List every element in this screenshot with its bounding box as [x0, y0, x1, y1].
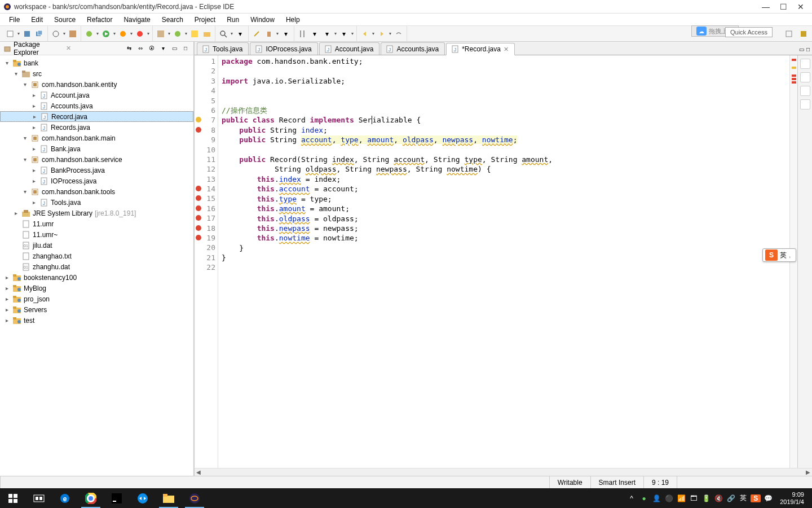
chrome-button[interactable] — [78, 488, 104, 508]
tree-toggle[interactable]: ▸ — [30, 92, 37, 98]
jetbrains-button[interactable] — [104, 488, 130, 508]
tree-toggle[interactable]: ▸ — [30, 124, 37, 130]
collapse-all-button[interactable]: ⇆ — [125, 44, 134, 53]
tree-item-com-handson-bank-entity[interactable]: ▾com.handson.bank.entity — [0, 79, 193, 90]
tree-item-accounts-java[interactable]: ▸JAccounts.java — [0, 100, 193, 111]
tab-accounts-java[interactable]: JAccounts.java — [381, 42, 445, 55]
tree-item-zhanghu-dat[interactable]: 01zhanghu.dat — [0, 261, 193, 272]
tree-toggle[interactable]: ▾ — [21, 135, 28, 141]
horizontal-scrollbar[interactable]: ◀▶ — [195, 468, 812, 476]
tray-network-icon[interactable]: 🔗 — [726, 494, 736, 502]
tree-item-bookstenancy100[interactable]: ▸bookstenancy100 — [0, 272, 193, 283]
search-button[interactable] — [218, 29, 228, 39]
menu-refactor[interactable]: Refactor — [81, 15, 118, 25]
warn-marker-icon[interactable] — [196, 117, 201, 122]
new-package-button[interactable] — [156, 29, 166, 39]
eclipse-taskbar-button[interactable] — [182, 488, 208, 508]
nav-button[interactable]: ▾ — [322, 29, 332, 39]
edge-button[interactable]: e — [52, 488, 78, 508]
marker-button[interactable] — [264, 29, 274, 39]
new-dropdown[interactable]: ▾ — [16, 31, 21, 36]
folder-button[interactable] — [202, 29, 212, 39]
open-type-button[interactable] — [189, 29, 200, 39]
java-perspective-button[interactable] — [798, 29, 809, 39]
err-marker-icon[interactable] — [196, 195, 201, 201]
explorer-button[interactable] — [156, 488, 182, 508]
tree-toggle[interactable]: ▸ — [3, 274, 10, 281]
quick-access-input[interactable]: Quick Access — [725, 27, 773, 37]
tab-tools-java[interactable]: JTools.java — [197, 42, 249, 55]
tree-toggle[interactable]: ▾ — [21, 189, 28, 195]
tray-volume-icon[interactable]: 🔇 — [713, 494, 723, 502]
tree-item-src[interactable]: ▾src — [0, 68, 193, 79]
tree-item-11-umr[interactable]: 11.umr — [0, 218, 193, 229]
tree-item-bankprocess-java[interactable]: ▸JBankProcess.java — [0, 165, 193, 176]
task-view-button[interactable] — [26, 488, 52, 508]
minimize-view-button[interactable]: ▭ — [170, 44, 179, 53]
err-marker-icon[interactable] — [196, 186, 201, 191]
menu-help[interactable]: Help — [280, 15, 306, 25]
tree-toggle[interactable]: ▸ — [31, 113, 38, 120]
tree-toggle[interactable]: ▸ — [3, 306, 10, 313]
save-button[interactable] — [22, 29, 32, 39]
filter-button[interactable] — [297, 29, 307, 39]
package-tree[interactable]: ▾bank▾src▾com.handson.bank.entity▸JAccou… — [0, 55, 193, 476]
tree-item-com-handson-bank-tools[interactable]: ▾com.handson.bank.tools — [0, 186, 193, 197]
menu-run[interactable]: Run — [221, 15, 245, 25]
tray-shield-icon[interactable]: 🔋 — [701, 494, 711, 502]
tree-toggle[interactable]: ▸ — [30, 167, 37, 173]
forward-button[interactable] — [377, 29, 387, 39]
run-button[interactable] — [101, 29, 111, 39]
back-button[interactable] — [360, 29, 370, 39]
tray-people-icon[interactable]: 👤 — [651, 494, 661, 502]
maximize-button[interactable]: ☐ — [780, 2, 787, 11]
tree-item-jre-system-library[interactable]: ▸JRE System Library[jre1.8.0_191] — [0, 208, 193, 218]
tree-toggle[interactable]: ▾ — [21, 156, 28, 163]
teamviewer-button[interactable] — [130, 488, 156, 508]
step-button[interactable]: ▾ — [339, 29, 349, 39]
tree-toggle[interactable]: ▾ — [3, 60, 10, 66]
tray-sogou-icon[interactable]: S — [751, 494, 761, 502]
tab--record-java[interactable]: J*Record.java✕ — [446, 43, 515, 55]
editor-min-icon[interactable]: ▭ — [799, 46, 804, 52]
err-marker-icon[interactable] — [196, 225, 201, 231]
tree-item-com-handson-bank-main[interactable]: ▾com.handson.bank.main — [0, 133, 193, 143]
maximize-view-button[interactable]: □ — [181, 44, 190, 53]
new-button[interactable] — [5, 29, 15, 39]
perspective-button[interactable] — [784, 29, 794, 39]
wand-button[interactable] — [251, 29, 262, 39]
menu-project[interactable]: Project — [189, 15, 221, 25]
close-view-icon[interactable]: ✕ — [66, 45, 71, 52]
err-marker-icon[interactable] — [196, 235, 201, 240]
view-menu-button[interactable]: ▾ — [158, 44, 167, 53]
mylyn-button[interactable] — [800, 99, 810, 110]
menu-file[interactable]: File — [3, 15, 25, 25]
minimize-button[interactable]: — — [762, 2, 770, 11]
menu-navigate[interactable]: Navigate — [118, 15, 156, 25]
tree-item-zhanghao-txt[interactable]: zhanghao.txt — [0, 251, 193, 261]
tray-ime-icon[interactable]: 英 — [738, 493, 748, 503]
coverage-button[interactable] — [118, 29, 128, 39]
err-marker-icon[interactable] — [196, 215, 201, 221]
tree-toggle[interactable]: ▸ — [30, 146, 37, 152]
outline-button[interactable] — [800, 59, 810, 69]
external-button[interactable] — [135, 29, 145, 39]
debug-button[interactable] — [84, 29, 94, 39]
tray-up-icon[interactable]: ^ — [626, 494, 637, 502]
tree-toggle[interactable]: ▾ — [12, 71, 19, 77]
tree-item-record-java[interactable]: ▸JRecord.java — [0, 111, 193, 122]
tree-toggle[interactable]: ▸ — [3, 296, 10, 302]
tree-item-tools-java[interactable]: ▸JTools.java — [0, 197, 193, 208]
annotation-button[interactable]: ▾ — [235, 29, 245, 39]
close-button[interactable]: ✕ — [797, 2, 804, 11]
tray-power-icon[interactable]: 🗔 — [689, 494, 699, 502]
menu-edit[interactable]: Edit — [25, 15, 48, 25]
menu-window[interactable]: Window — [245, 15, 280, 25]
tree-toggle[interactable]: ▸ — [30, 199, 37, 205]
tree-item-com-handson-bank-service[interactable]: ▾com.handson.bank.service — [0, 154, 193, 165]
pin-button[interactable]: ▾ — [310, 29, 320, 39]
tray-running-icon[interactable]: ⚫ — [664, 494, 674, 502]
last-edit-button[interactable] — [394, 29, 404, 39]
tree-toggle[interactable]: ▸ — [30, 103, 37, 109]
switch-button[interactable] — [51, 29, 61, 39]
